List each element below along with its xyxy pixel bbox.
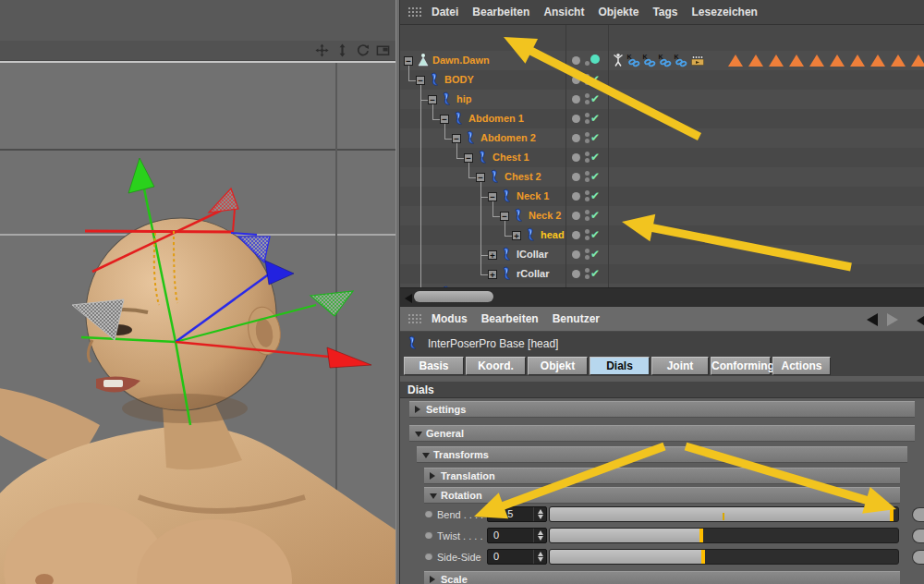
tree-label[interactable]: Abdomen 1	[468, 113, 524, 124]
bone-icon[interactable]	[500, 247, 515, 262]
expander-expanded[interactable]: −	[464, 153, 473, 163]
bone-icon[interactable]	[464, 130, 479, 145]
render-visibility-dot[interactable]	[585, 274, 590, 279]
om-menu-datei[interactable]: Datei	[432, 6, 458, 18]
pan-vertical-icon[interactable]	[335, 43, 349, 57]
editor-visibility-dot[interactable]	[585, 132, 590, 137]
tab-objekt[interactable]: Objekt	[528, 357, 588, 375]
enabled-checkmark[interactable]: ✔	[590, 131, 600, 144]
bone-icon[interactable]	[500, 189, 515, 203]
editor-visibility-dot[interactable]	[585, 74, 590, 79]
morph-tag-icon[interactable]	[769, 55, 784, 67]
group-scale[interactable]: Scale	[424, 571, 900, 584]
group-general[interactable]: General	[409, 425, 915, 442]
morph-tag-icon[interactable]	[850, 55, 865, 67]
dial-slider[interactable]	[549, 528, 899, 543]
morph-tag-icon[interactable]	[891, 55, 906, 67]
tree-label[interactable]: Dawn.Dawn	[432, 55, 490, 66]
tree-label[interactable]: lCollar	[517, 249, 548, 260]
bone-icon[interactable]	[452, 111, 467, 126]
render-visibility-dot[interactable]	[585, 61, 590, 66]
morph-tag-icon[interactable]	[809, 55, 824, 67]
tree-row-Neck-2[interactable]: −Neck 2✔	[400, 206, 924, 225]
editor-visibility-dot[interactable]	[585, 229, 590, 234]
value-stepper[interactable]	[533, 550, 546, 564]
group-translation[interactable]: Translation	[424, 468, 900, 484]
viewport[interactable]	[0, 0, 397, 584]
bone-icon[interactable]	[476, 150, 491, 164]
editor-visibility-dot[interactable]	[585, 93, 590, 98]
render-visibility-dot[interactable]	[585, 255, 590, 260]
tab-conforming[interactable]: Conforming	[711, 357, 771, 375]
tree-label[interactable]: Abdomen 2	[480, 132, 536, 143]
tree-row-Abdomen-2[interactable]: −Abdomen 2✔	[400, 128, 924, 148]
enabled-checkmark[interactable]: ✔	[590, 189, 600, 202]
step-up-icon[interactable]	[538, 509, 543, 514]
history-forward-icon[interactable]	[887, 313, 898, 326]
layer-dot[interactable]	[572, 76, 580, 84]
layer-dot[interactable]	[572, 95, 580, 103]
enabled-checkmark[interactable]: ✔	[590, 228, 600, 241]
value-stepper[interactable]	[533, 507, 546, 521]
tree-row-head[interactable]: +head✔	[400, 225, 924, 245]
render-visibility-dot[interactable]	[585, 80, 590, 85]
group-transforms[interactable]: Transforms	[417, 446, 907, 463]
morph-tag-icon[interactable]	[728, 55, 743, 67]
figure-icon[interactable]	[416, 53, 431, 67]
slider-marker[interactable]	[890, 507, 894, 521]
move-icon[interactable]	[315, 43, 329, 57]
tab-joint-editor[interactable]: Joint Editor	[651, 357, 709, 375]
editor-visibility-dot[interactable]	[585, 190, 590, 195]
layer-dot[interactable]	[572, 212, 580, 220]
expander-expanded[interactable]: −	[404, 56, 413, 66]
toggle-view-icon[interactable]	[376, 43, 390, 57]
dial-slider[interactable]	[549, 506, 899, 522]
expander-expanded[interactable]: −	[500, 212, 509, 221]
enabled-dot[interactable]	[590, 55, 600, 64]
ik-tag-icon[interactable]: K	[642, 53, 657, 67]
render-visibility-dot[interactable]	[585, 197, 590, 201]
keyframe-dot[interactable]	[425, 553, 432, 560]
tree-row-Chest-1[interactable]: −Chest 1✔	[400, 148, 924, 167]
group-settings[interactable]: Settings	[409, 401, 915, 418]
expander-expanded[interactable]: −	[416, 76, 425, 85]
bone-icon[interactable]	[500, 266, 515, 281]
bone-icon[interactable]	[488, 169, 503, 184]
layer-dot[interactable]	[572, 115, 580, 123]
editor-visibility-dot[interactable]	[585, 152, 590, 156]
morph-tag-icon[interactable]	[789, 55, 804, 67]
step-down-icon[interactable]	[538, 536, 543, 541]
editor-visibility-dot[interactable]	[585, 113, 590, 117]
animation-tag-icon[interactable]	[690, 53, 705, 67]
tree-row-Chest-2[interactable]: −Chest 2✔	[400, 167, 924, 187]
ik-tag-icon[interactable]: K	[658, 53, 673, 67]
render-visibility-dot[interactable]	[585, 100, 590, 104]
editor-visibility-dot[interactable]	[585, 210, 590, 214]
am-menu-modus[interactable]: Modus	[432, 312, 468, 325]
om-menu-bearbeiten[interactable]: Bearbeiten	[472, 6, 529, 18]
bone-icon[interactable]	[512, 208, 527, 223]
tree-row-hip[interactable]: −hip✔	[400, 90, 924, 109]
am-menu-bearbeiten[interactable]: Bearbeiten	[481, 312, 539, 325]
keyframe-dot[interactable]	[425, 510, 432, 517]
dial-knob-button[interactable]	[912, 529, 924, 543]
expander-collapsed[interactable]: +	[512, 231, 521, 240]
morph-tag-icon[interactable]	[748, 55, 763, 67]
am-menu-benutzer[interactable]: Benutzer	[553, 312, 600, 325]
enabled-checkmark[interactable]: ✔	[590, 112, 600, 125]
tree-row-Dawn-Dawn[interactable]: −Dawn.DawnKKKK	[400, 51, 924, 70]
tree-label[interactable]: Chest 2	[505, 171, 541, 182]
ik-tag-icon[interactable]: K	[626, 53, 641, 67]
expander-expanded[interactable]: −	[452, 134, 461, 143]
layer-dot[interactable]	[572, 250, 580, 259]
slider-marker[interactable]	[701, 550, 705, 564]
tab-actions[interactable]: Actions	[772, 357, 831, 375]
tree-label[interactable]: BODY	[444, 74, 474, 85]
layer-dot[interactable]	[572, 153, 580, 162]
step-down-icon[interactable]	[538, 515, 543, 519]
scroll-left-icon[interactable]	[405, 294, 412, 303]
tree-label[interactable]: Chest 1	[492, 152, 529, 163]
step-up-icon[interactable]	[538, 552, 543, 556]
tree-row-Abdomen-1[interactable]: −Abdomen 1✔	[400, 109, 924, 128]
layer-dot[interactable]	[572, 270, 580, 278]
